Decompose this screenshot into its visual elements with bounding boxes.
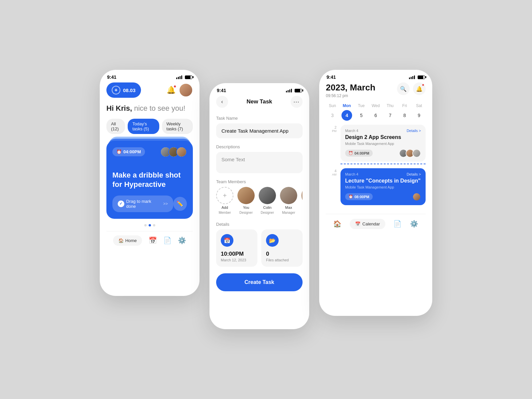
- tl-row-1: 2 PM March 4 Details > Design 2 App Scre…: [326, 125, 426, 166]
- plus-icon: +: [112, 86, 120, 94]
- detail-files-label: Files attached: [266, 258, 298, 262]
- files-icon-3: 📄: [393, 220, 402, 228]
- back-button[interactable]: ‹: [216, 96, 228, 108]
- more-options-button[interactable]: ⋯: [291, 96, 303, 108]
- task-name-input[interactable]: Create Task Management App: [216, 123, 303, 138]
- tl-time-1: 2 PM: [326, 125, 336, 166]
- cal-fri: Fri 8: [398, 103, 411, 121]
- calendar-icon: 📅: [149, 236, 157, 244]
- edit-button[interactable]: ✏️: [173, 197, 187, 211]
- cal-mon-num[interactable]: 4: [341, 110, 352, 121]
- home-label: Home: [125, 238, 137, 243]
- member-nick: Nick Manage: [301, 187, 303, 214]
- member-colin: Colin Designer: [259, 187, 276, 214]
- member-max-role: Manager: [282, 211, 295, 214]
- tl-time-2: 4 AM: [326, 168, 336, 207]
- tab-all[interactable]: All (12): [106, 119, 125, 134]
- task-time-value: 04:00PM: [123, 149, 141, 154]
- cal-fri-num[interactable]: 8: [399, 110, 410, 121]
- cal-wed-label: Wed: [369, 103, 382, 108]
- cal-tue: Tue 5: [355, 103, 368, 121]
- tab-weekly[interactable]: Weekly tasks (7): [162, 119, 193, 134]
- event-2-date: March 4: [345, 172, 358, 176]
- cal-tue-num[interactable]: 5: [356, 110, 367, 121]
- timeline: 2 PM March 4 Details > Design 2 App Scre…: [326, 125, 426, 210]
- cal-thu-num[interactable]: 7: [385, 110, 395, 121]
- event-2-details-link[interactable]: Details >: [407, 172, 421, 176]
- nav-calendar[interactable]: 📅: [149, 236, 157, 244]
- nav-settings[interactable]: ⚙️: [178, 236, 186, 244]
- files-detail-card: 📂 0 Files attached: [261, 229, 303, 267]
- bell-button[interactable]: 🔔: [413, 82, 426, 95]
- phone1-status-icons: [176, 75, 192, 79]
- search-button[interactable]: 🔍: [397, 82, 410, 95]
- event-2-header: March 4 Details >: [345, 172, 421, 176]
- p3-nav-files[interactable]: 📄: [393, 220, 402, 228]
- cal-sun-num[interactable]: 3: [327, 110, 338, 121]
- dot-3: [153, 224, 155, 226]
- add-member[interactable]: + Add Member: [216, 187, 233, 214]
- phone1-header: + 08.03 🔔: [106, 82, 193, 98]
- nav-home[interactable]: 🏠 Home: [113, 235, 142, 246]
- create-task-button[interactable]: Create Task: [216, 273, 303, 291]
- p3-nav-calendar[interactable]: 📅 Calendar: [350, 219, 385, 229]
- member-you: You Designer: [237, 187, 255, 214]
- tab-today[interactable]: Today's tasks (5): [128, 119, 159, 134]
- task-name-label: Task Name: [216, 116, 303, 121]
- timer-button[interactable]: + 08.03: [106, 82, 141, 98]
- p3-nav-settings[interactable]: ⚙️: [410, 220, 418, 228]
- phone1-status-bar: 9:41: [100, 70, 200, 82]
- phone2-time: 9:41: [217, 88, 226, 93]
- dashed-line-1: [340, 164, 426, 164]
- member-nick-avatar: [301, 187, 303, 204]
- time-detail-card: 📅 10:00PM March 12, 2023: [216, 229, 257, 267]
- greeting-text: Hi Kris, nice to see you!: [106, 104, 193, 113]
- member-max-name: Max: [285, 205, 292, 209]
- details-section: Details 📅 10:00PM March 12, 2023 📂 0 Fil…: [216, 222, 303, 267]
- event-card-1: March 4 Details > Design 2 App Screens M…: [340, 125, 426, 162]
- desc-label: Descriptions: [216, 144, 303, 149]
- drag-label: Drag to mark done: [126, 199, 161, 209]
- desc-input[interactable]: Some Text: [216, 152, 303, 173]
- event-1-subtitle: Mobile Task Management App: [345, 142, 421, 146]
- phone3-header-icons: 🔍 🔔: [397, 82, 426, 95]
- user-avatar[interactable]: [179, 83, 193, 97]
- cal-wed: Wed 6: [369, 103, 382, 121]
- cal-sat-label: Sat: [413, 103, 426, 108]
- phone3-status-icons: [409, 75, 425, 79]
- arrows-icon: >>: [163, 201, 168, 206]
- notification-dot: [174, 85, 176, 88]
- cal-sun-label: Sun: [326, 103, 339, 108]
- phone-3: 9:41 2023, March 09:56:12 pm 🔍: [319, 70, 432, 316]
- event-2-footer: ⏰ 08:00PM: [345, 193, 421, 201]
- bell-container: 🔔: [167, 86, 176, 94]
- member-you-name: You: [243, 205, 249, 209]
- cal-sun: Sun 3: [326, 103, 339, 121]
- signal-icon-3: [409, 75, 415, 79]
- battery-icon-3: [418, 75, 425, 79]
- phone3-date-block: 2023, March 09:56:12 pm: [326, 82, 375, 98]
- member-max: Max Manager: [280, 187, 297, 214]
- member-colin-role: Designer: [261, 211, 274, 214]
- add-member-button[interactable]: +: [216, 187, 233, 204]
- add-member-name: Add: [221, 205, 228, 209]
- drag-to-done-button[interactable]: ✓ Drag to mark done >>: [112, 196, 173, 212]
- cal-mon-label: Mon: [340, 103, 353, 108]
- bottom-navigation: 🏠 Home 📅 📄 ⚙️: [106, 231, 193, 250]
- detail-time-value: 10:00PM: [221, 251, 253, 257]
- event-2-title: Lecture "Concepts in Design": [345, 178, 421, 185]
- greeting-rest: nice to see you!: [134, 104, 185, 112]
- ev1-av3: [412, 149, 421, 158]
- battery-icon: [185, 75, 192, 79]
- details-row: 📅 10:00PM March 12, 2023 📂 0 Files attac…: [216, 229, 303, 267]
- clock-icon: ⏰: [116, 149, 122, 154]
- nav-files[interactable]: 📄: [163, 236, 172, 244]
- cal-wed-num[interactable]: 6: [370, 110, 381, 121]
- phone3-clock: 09:56:12 pm: [326, 93, 375, 98]
- add-member-role: Member: [219, 211, 231, 214]
- p3-nav-home[interactable]: 🏠: [333, 220, 341, 228]
- detail-date-value: March 12, 2023: [221, 258, 253, 262]
- event-1-details-link[interactable]: Details >: [407, 129, 421, 133]
- calendar-detail-icon: 📅: [221, 234, 233, 247]
- cal-sat-num[interactable]: 9: [414, 110, 424, 121]
